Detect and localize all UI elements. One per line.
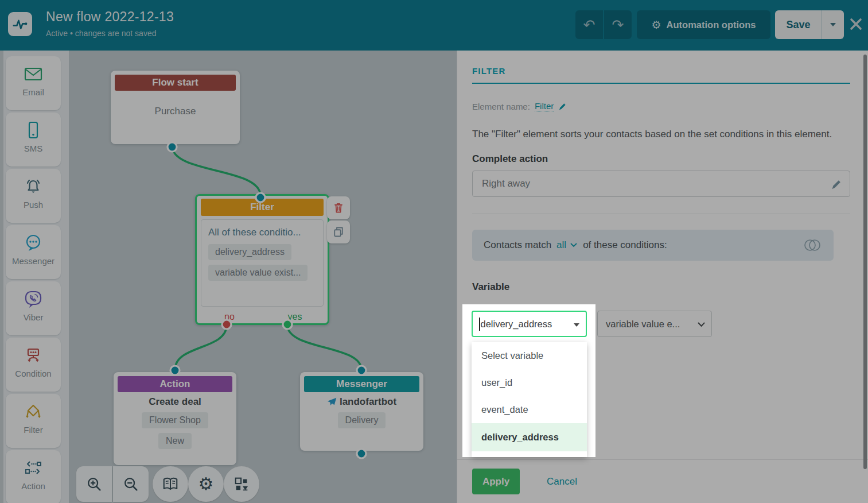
variable-select-input[interactable]: delivery_address xyxy=(472,311,587,337)
caret-down-icon xyxy=(574,323,579,327)
dropdown-option-selected[interactable]: delivery_address xyxy=(472,423,587,451)
dropdown-option[interactable]: event_date xyxy=(472,396,587,423)
dropdown-spotlight: delivery_address Select variable user_id… xyxy=(462,304,595,457)
dropdown-option[interactable]: user_id xyxy=(472,369,587,396)
dim-overlay xyxy=(0,0,868,503)
text-cursor xyxy=(479,318,480,331)
variable-select-value: delivery_address xyxy=(481,319,552,330)
app-root: New flow 2022-12-13 Active • changes are… xyxy=(0,0,868,503)
variable-dropdown-list: Select variable user_id event_date deliv… xyxy=(472,342,587,457)
dropdown-option[interactable]: Select variable xyxy=(472,342,587,369)
